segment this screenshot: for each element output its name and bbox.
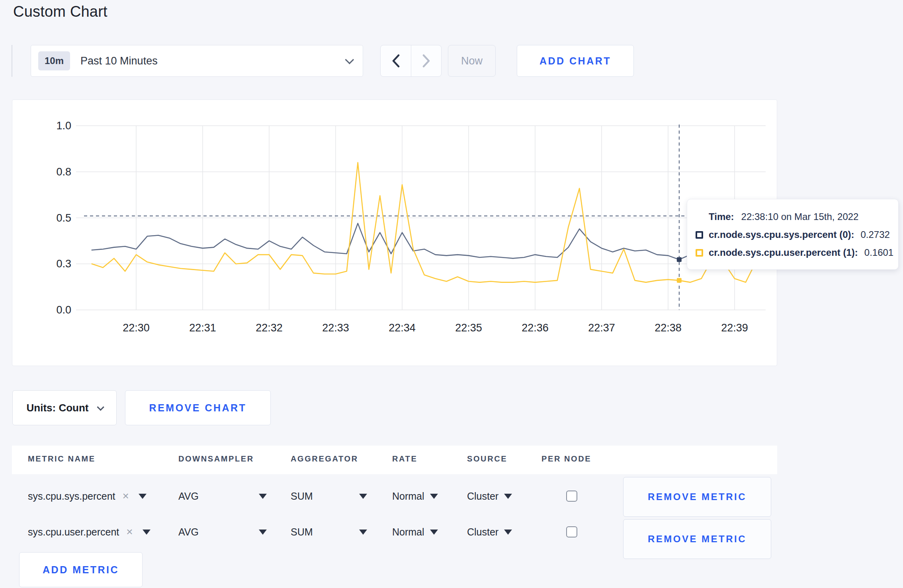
add-metric-button[interactable]: ADD METRIC — [19, 552, 143, 587]
chevron-right-icon — [422, 54, 430, 68]
aggregator-value: SUM — [291, 491, 313, 502]
downsampler-value: AVG — [178, 491, 199, 502]
caret-down-icon — [259, 530, 267, 535]
column-header-aggregator: AGGREGATOR — [291, 454, 358, 463]
series-user-swatch-icon — [696, 249, 703, 257]
chart-card: 0.00.30.50.81.022:3022:3122:3222:3322:34… — [12, 99, 777, 366]
y-tick-label: 0.3 — [56, 258, 71, 270]
tooltip-metric-label: cr.node.sys.cpu.user.percent (1): — [709, 247, 858, 258]
tooltip-metric-value: 0.1601 — [864, 247, 893, 258]
per-node-checkbox[interactable] — [566, 491, 577, 502]
column-header-downsampler: DOWNSAMPLER — [178, 454, 254, 463]
next-time-button[interactable] — [411, 45, 442, 76]
time-range-badge: 10m — [38, 51, 70, 70]
aggregator-select[interactable]: SUM — [291, 520, 367, 544]
rate-select[interactable]: Normal — [392, 520, 438, 544]
aggregator-select[interactable]: SUM — [291, 484, 367, 508]
tooltip-time-value: 22:38:10 on Mar 15th, 2022 — [741, 211, 859, 222]
metric-name-select[interactable]: sys.cpu.sys.percent × — [28, 484, 147, 508]
left-divider — [12, 45, 12, 77]
source-value: Cluster — [467, 491, 498, 502]
x-tick-label: 22:38 — [655, 322, 682, 334]
rate-select[interactable]: Normal — [392, 484, 438, 508]
chart-tooltip: Time: 22:38:10 on Mar 15th, 2022 cr.node… — [687, 199, 899, 270]
x-tick-label: 22:33 — [322, 322, 349, 334]
tooltip-metric-label: cr.node.sys.cpu.sys.percent (0): — [709, 229, 854, 240]
rate-value: Normal — [392, 491, 424, 502]
caret-down-icon — [139, 494, 147, 499]
y-tick-label: 0.0 — [56, 304, 71, 316]
chart-line-sys — [92, 223, 768, 259]
units-select[interactable]: Units: Count — [12, 390, 117, 425]
metrics-table-header: METRIC NAME DOWNSAMPLER AGGREGATOR RATE … — [12, 446, 777, 474]
caret-down-icon — [504, 530, 512, 535]
x-tick-label: 22:31 — [189, 322, 216, 334]
remove-metric-button[interactable]: REMOVE METRIC — [623, 519, 771, 559]
caret-down-icon — [430, 494, 438, 499]
metric-name-select[interactable]: sys.cpu.user.percent × — [28, 520, 150, 544]
tooltip-time-label: Time: — [709, 211, 734, 222]
series-sys-swatch-icon — [696, 231, 703, 239]
remove-chart-button[interactable]: REMOVE CHART — [125, 390, 271, 425]
caret-down-icon — [504, 494, 512, 499]
aggregator-value: SUM — [291, 526, 313, 538]
add-chart-button[interactable]: ADD CHART — [517, 45, 634, 77]
timeseries-chart[interactable]: 0.00.30.50.81.022:3022:3122:3222:3322:34… — [12, 100, 777, 366]
x-tick-label: 22:35 — [455, 322, 482, 334]
time-range-select[interactable]: 10m Past 10 Minutes — [31, 45, 363, 77]
x-tick-label: 22:34 — [389, 322, 416, 334]
y-tick-label: 1.0 — [56, 120, 71, 132]
crosshair-marker-icon — [677, 257, 682, 262]
caret-down-icon — [259, 494, 267, 499]
metric-name-label: sys.cpu.user.percent — [28, 526, 119, 538]
source-select[interactable]: Cluster — [467, 484, 512, 508]
y-tick-label: 0.5 — [56, 212, 71, 224]
column-header-per-node: PER NODE — [541, 454, 591, 463]
per-node-checkbox[interactable] — [566, 526, 577, 537]
chart-line-user — [92, 163, 768, 282]
tooltip-metric-value: 0.2732 — [860, 229, 889, 240]
downsampler-value: AVG — [178, 526, 199, 538]
metric-name-label: sys.cpu.sys.percent — [28, 491, 115, 502]
prev-time-button[interactable] — [381, 45, 411, 76]
chevron-down-icon — [97, 403, 104, 411]
x-tick-label: 22:32 — [256, 322, 283, 334]
source-select[interactable]: Cluster — [467, 520, 512, 544]
downsampler-select[interactable]: AVG — [178, 520, 267, 544]
page-title: Custom Chart — [13, 3, 108, 20]
caret-down-icon — [359, 494, 367, 499]
y-tick-label: 0.8 — [56, 166, 71, 178]
remove-metric-button[interactable]: REMOVE METRIC — [623, 477, 771, 517]
clear-metric-icon[interactable]: × — [126, 526, 133, 538]
rate-value: Normal — [392, 526, 424, 538]
x-tick-label: 22:36 — [522, 322, 549, 334]
caret-down-icon — [430, 530, 438, 535]
clear-metric-icon[interactable]: × — [123, 490, 129, 502]
caret-down-icon — [143, 530, 150, 535]
x-tick-label: 22:37 — [588, 322, 615, 334]
time-nav-group — [380, 45, 442, 77]
column-header-rate: RATE — [392, 454, 417, 463]
caret-down-icon — [359, 530, 367, 535]
x-tick-label: 22:30 — [123, 322, 150, 334]
time-range-label: Past 10 Minutes — [80, 55, 158, 67]
source-value: Cluster — [467, 526, 498, 538]
chevron-down-icon — [345, 55, 354, 64]
chevron-left-icon — [391, 54, 400, 68]
now-button[interactable]: Now — [448, 45, 496, 77]
x-tick-label: 22:39 — [721, 322, 748, 334]
column-header-source: SOURCE — [467, 454, 507, 463]
units-label: Units: Count — [27, 402, 89, 414]
column-header-metric-name: METRIC NAME — [28, 454, 96, 463]
crosshair-marker-icon — [677, 278, 682, 283]
downsampler-select[interactable]: AVG — [178, 484, 267, 508]
